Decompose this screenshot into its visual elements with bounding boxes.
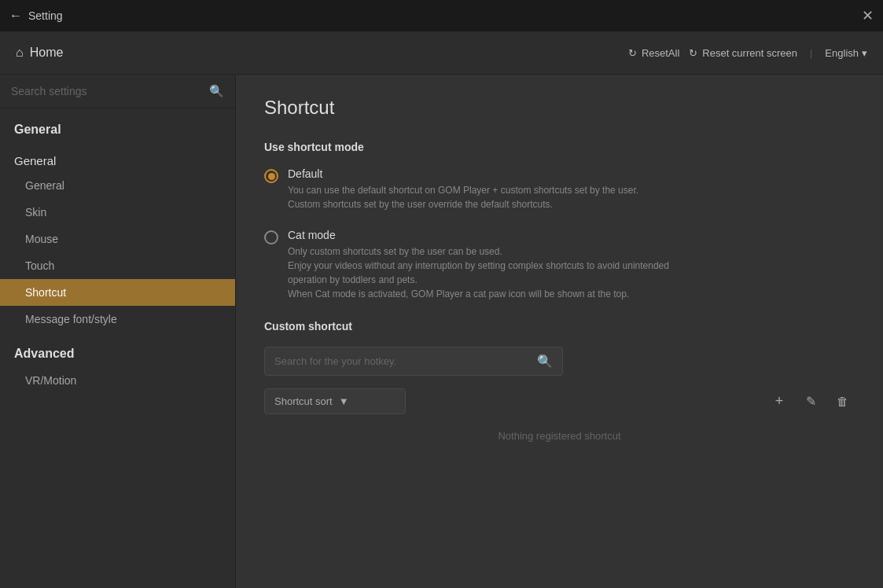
add-shortcut-button[interactable]: +: [767, 389, 792, 414]
language-label: English: [825, 47, 859, 59]
shortcut-toolbar: Shortcut sort ▼ + ✎ 🗑: [264, 388, 855, 414]
default-radio-title: Default: [288, 167, 638, 180]
reset-all-label: ResetAll: [642, 47, 679, 59]
titlebar-title: Setting: [28, 9, 63, 22]
default-radio-circle[interactable]: [264, 169, 278, 183]
cat-mode-radio-option[interactable]: Cat mode Only custom shortcuts set by th…: [264, 229, 855, 301]
titlebar-left: ← Setting: [9, 9, 63, 23]
sidebar-item-shortcut[interactable]: Shortcut: [0, 279, 235, 306]
sidebar-section-advanced: Advanced VR/Motion: [0, 333, 235, 394]
page-title: Shortcut: [264, 97, 855, 119]
header-divider: |: [810, 47, 812, 59]
sidebar: 🔍 General General General Skin Mouse Tou…: [0, 75, 236, 588]
reset-current-icon: ↻: [689, 47, 697, 59]
reset-all-icon: ↻: [628, 47, 637, 59]
cat-mode-radio-circle[interactable]: [264, 230, 278, 244]
content-area: Shortcut Use shortcut mode Default You c…: [236, 75, 883, 588]
headerbar: ⌂ Home ↻ ResetAll ↻ Reset current screen…: [0, 31, 883, 75]
delete-shortcut-button[interactable]: 🗑: [830, 389, 855, 414]
home-icon: ⌂: [16, 46, 24, 60]
header-actions: ↻ ResetAll ↻ Reset current screen | Engl…: [628, 47, 867, 59]
search-icon: 🔍: [209, 84, 224, 98]
reset-all-button[interactable]: ↻ ResetAll: [628, 47, 679, 59]
hotkey-search-icon: 🔍: [537, 354, 553, 369]
home-link[interactable]: ⌂ Home: [16, 46, 63, 60]
language-selector[interactable]: English ▾: [825, 47, 867, 59]
sidebar-item-skin[interactable]: Skin: [0, 199, 235, 226]
close-button[interactable]: ✕: [862, 9, 874, 23]
toolbar-right-actions: + ✎ 🗑: [767, 389, 855, 414]
main-layout: 🔍 General General General Skin Mouse Tou…: [0, 75, 883, 588]
custom-shortcut-label: Custom shortcut: [264, 320, 855, 333]
titlebar: ← Setting ✕: [0, 0, 883, 31]
home-label: Home: [30, 46, 64, 60]
shortcut-sort-dropdown[interactable]: Shortcut sort ▼: [264, 388, 406, 414]
cat-mode-radio-text: Cat mode Only custom shortcuts set by th…: [288, 229, 669, 301]
general-group-title: General: [0, 143, 235, 172]
chevron-down-icon: ▾: [862, 47, 867, 59]
hotkey-search-box: 🔍: [264, 347, 563, 376]
sidebar-section-general: General General General Skin Mouse Touch…: [0, 108, 235, 333]
reset-current-label: Reset current screen: [702, 47, 797, 59]
reset-current-button[interactable]: ↻ Reset current screen: [689, 47, 797, 59]
hotkey-search-input[interactable]: [274, 355, 537, 367]
edit-shortcut-button[interactable]: ✎: [798, 389, 823, 414]
custom-shortcut-section: Custom shortcut 🔍 Shortcut sort ▼ + ✎ 🗑 …: [264, 320, 855, 442]
sort-chevron-icon: ▼: [339, 395, 349, 407]
back-icon[interactable]: ←: [9, 9, 22, 23]
default-radio-text: Default You can use the default shortcut…: [288, 167, 638, 211]
default-radio-desc: You can use the default shortcut on GOM …: [288, 183, 638, 211]
general-section-title: General: [0, 108, 235, 143]
cat-mode-radio-title: Cat mode: [288, 229, 669, 241]
search-bar: 🔍: [0, 75, 235, 108]
sidebar-item-vr-motion[interactable]: VR/Motion: [0, 367, 235, 394]
sidebar-item-mouse[interactable]: Mouse: [0, 226, 235, 252]
default-radio-option[interactable]: Default You can use the default shortcut…: [264, 167, 855, 211]
sidebar-item-message-font[interactable]: Message font/style: [0, 306, 235, 333]
advanced-section-title: Advanced: [0, 333, 235, 367]
use-shortcut-mode-label: Use shortcut mode: [264, 141, 855, 153]
sidebar-item-general[interactable]: General: [0, 172, 235, 199]
search-input[interactable]: [11, 85, 203, 97]
nothing-registered: Nothing registered shortcut: [264, 430, 855, 442]
sidebar-item-touch[interactable]: Touch: [0, 252, 235, 279]
shortcut-sort-label: Shortcut sort: [274, 395, 333, 407]
cat-mode-radio-desc: Only custom shortcuts set by the user ca…: [288, 244, 669, 301]
